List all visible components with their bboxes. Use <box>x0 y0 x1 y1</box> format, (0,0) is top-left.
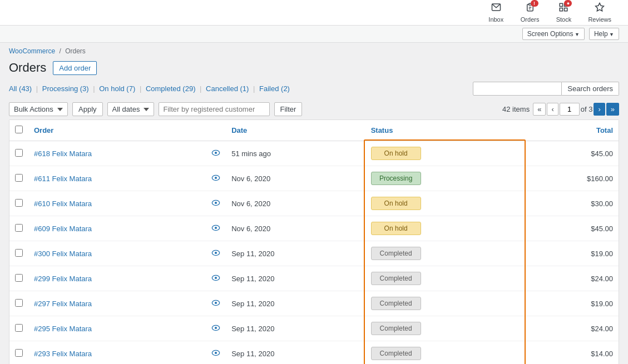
page-title: Orders <box>9 61 46 75</box>
reviews-label: Reviews <box>588 16 611 23</box>
view-icon[interactable] <box>211 224 220 233</box>
items-count: 42 items <box>502 105 530 113</box>
status-badge: On hold <box>371 222 421 235</box>
help-button[interactable]: Help <box>589 28 619 40</box>
order-link[interactable]: #299 Felix Matara <box>34 275 92 283</box>
view-cell <box>206 191 226 216</box>
filter-on-hold[interactable]: On hold (7) <box>99 84 135 93</box>
customer-filter-input[interactable] <box>159 102 270 116</box>
filter-button[interactable]: Filter <box>274 102 303 116</box>
date-cell: Sep 11, 2020 <box>226 341 365 365</box>
row-checkbox[interactable] <box>15 324 23 332</box>
status-badge: Processing <box>371 172 421 185</box>
date-cell: Nov 6, 2020 <box>226 216 365 241</box>
row-checkbox[interactable] <box>15 349 23 357</box>
row-checkbox[interactable] <box>15 274 23 282</box>
nav-icons: Inbox ! Orders ● Stock Reviews <box>479 0 619 26</box>
row-checkbox[interactable] <box>15 149 23 157</box>
row-checkbox-cell <box>9 166 28 191</box>
last-page-button[interactable]: » <box>606 103 619 116</box>
table-row: #299 Felix Matara Sep 11, 2020 Completed… <box>9 266 619 291</box>
inbox-nav-button[interactable]: Inbox <box>479 0 513 26</box>
order-link[interactable]: #609 Felix Matara <box>34 225 92 233</box>
order-link[interactable]: #297 Felix Matara <box>34 300 92 308</box>
view-icon[interactable] <box>211 349 220 358</box>
breadcrumb-woocommerce[interactable]: WooCommerce <box>9 47 55 55</box>
order-link[interactable]: #610 Felix Matara <box>34 200 92 208</box>
view-cell <box>206 266 226 291</box>
total-cell: $19.00 <box>523 291 619 316</box>
next-page-button[interactable]: › <box>594 103 605 116</box>
table-row: #297 Felix Matara Sep 11, 2020 Completed… <box>9 291 619 316</box>
order-link[interactable]: #618 Felix Matara <box>34 149 92 158</box>
order-cell: #297 Felix Matara <box>28 291 206 316</box>
view-icon[interactable] <box>211 274 220 283</box>
first-page-button[interactable]: « <box>533 103 546 116</box>
toolbar: Bulk Actions Apply All dates Filter 42 i… <box>0 99 628 119</box>
screen-options-button[interactable]: Screen Options <box>522 28 585 40</box>
row-checkbox[interactable] <box>15 299 23 307</box>
view-icon[interactable] <box>211 299 220 308</box>
prev-page-button[interactable]: ‹ <box>547 103 558 116</box>
order-link[interactable]: #611 Felix Matara <box>34 174 92 183</box>
order-link[interactable]: #293 Felix Matara <box>34 350 92 358</box>
stock-label: Stock <box>556 16 572 23</box>
status-cell: On hold <box>365 216 523 241</box>
view-icon[interactable] <box>211 174 220 183</box>
filter-processing[interactable]: Processing (3) <box>42 84 89 93</box>
table-row: #300 Felix Matara Sep 11, 2020 Completed… <box>9 241 619 266</box>
svg-point-20 <box>215 277 217 279</box>
view-icon[interactable] <box>211 199 220 208</box>
view-cell <box>206 341 226 365</box>
view-icon[interactable] <box>211 149 220 158</box>
total-cell: $45.00 <box>523 141 619 166</box>
status-badge: Completed <box>371 322 421 335</box>
apply-button[interactable]: Apply <box>72 102 103 116</box>
add-order-button[interactable]: Add order <box>53 61 97 75</box>
stock-nav-button[interactable]: ● Stock <box>547 0 580 26</box>
inbox-icon <box>491 2 501 15</box>
date-cell: Nov 6, 2020 <box>226 191 365 216</box>
view-cell <box>206 216 226 241</box>
select-all-checkbox[interactable] <box>15 126 23 133</box>
search-bar: Search orders <box>473 82 619 96</box>
row-checkbox[interactable] <box>15 224 23 232</box>
view-icon[interactable] <box>211 324 220 333</box>
orders-icon: ! <box>525 2 535 15</box>
row-checkbox[interactable] <box>15 199 23 207</box>
reviews-nav-button[interactable]: Reviews <box>580 0 619 26</box>
bulk-actions-select[interactable]: Bulk Actions <box>9 102 68 116</box>
search-input[interactable] <box>473 82 562 96</box>
status-badge: On hold <box>371 147 421 160</box>
search-orders-button[interactable]: Search orders <box>562 82 619 96</box>
date-cell: Nov 6, 2020 <box>226 166 365 191</box>
view-icon[interactable] <box>211 249 220 258</box>
view-cell <box>206 241 226 266</box>
order-cell: #618 Felix Matara <box>28 141 206 166</box>
total-cell: $24.00 <box>523 266 619 291</box>
orders-nav-button[interactable]: ! Orders <box>513 0 547 26</box>
filter-completed[interactable]: Completed (29) <box>146 84 196 93</box>
orders-table-container: Order Date Status Total #618 Felix Matar… <box>9 119 619 364</box>
svg-rect-7 <box>565 8 567 11</box>
view-cell <box>206 291 226 316</box>
orders-label: Orders <box>521 16 540 23</box>
svg-rect-4 <box>560 3 563 6</box>
order-link[interactable]: #300 Felix Matara <box>34 250 92 258</box>
table-header: Order Date Status Total <box>9 120 619 141</box>
date-cell: 51 mins ago <box>226 141 365 166</box>
svg-marker-8 <box>596 3 604 11</box>
row-checkbox[interactable] <box>15 174 23 182</box>
svg-point-26 <box>215 352 217 354</box>
pagination: « ‹ of 3 › » <box>533 103 619 116</box>
page-input[interactable] <box>560 103 580 116</box>
order-link[interactable]: #295 Felix Matara <box>34 325 92 333</box>
dates-select[interactable]: All dates <box>107 102 154 116</box>
table-row: #295 Felix Matara Sep 11, 2020 Completed… <box>9 316 619 341</box>
row-checkbox[interactable] <box>15 249 23 257</box>
filter-failed[interactable]: Failed (2) <box>259 84 290 93</box>
filter-cancelled[interactable]: Cancelled (1) <box>206 84 249 93</box>
filter-all[interactable]: All (43) <box>9 84 32 93</box>
total-cell: $30.00 <box>523 191 619 216</box>
breadcrumb: WooCommerce / Orders <box>0 43 628 57</box>
